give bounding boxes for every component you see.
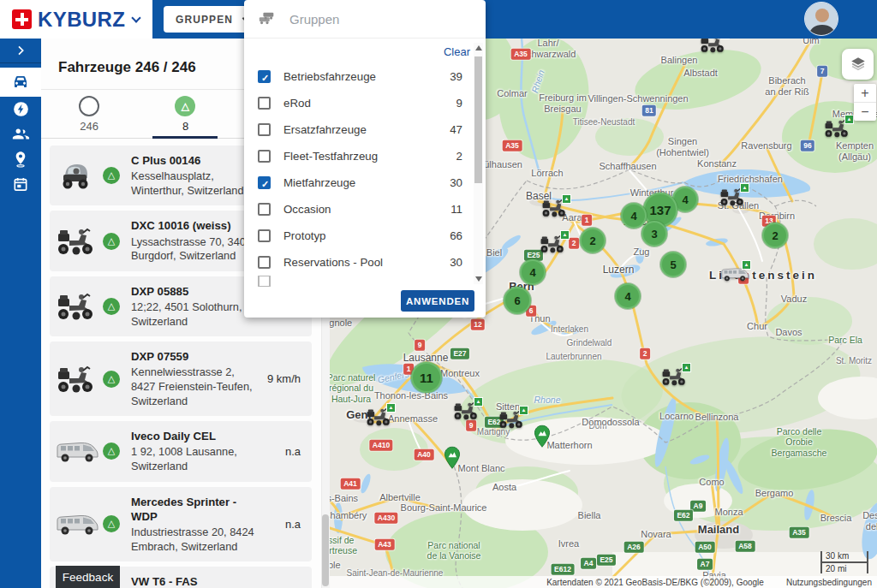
sidebar-item-users[interactable]: [0, 122, 41, 146]
checkbox[interactable]: [258, 276, 271, 287]
vehicle-speed: 9 km/h: [267, 372, 305, 385]
group-filter-row[interactable]: Ersatzfahrzeuge 47: [258, 116, 462, 143]
vehicle-name: DXC 10016 (weiss): [131, 218, 260, 233]
vehicle-marker[interactable]: [660, 366, 689, 387]
vehicle-thumbnail: [55, 365, 99, 394]
map-cluster[interactable]: 4: [615, 283, 641, 309]
road-badge: 81: [642, 105, 656, 116]
vehicle-marker[interactable]: [823, 118, 852, 139]
road-badge: 12: [471, 319, 485, 330]
tab-moving-vehicles[interactable]: △ 8: [137, 96, 233, 133]
checkbox[interactable]: [258, 256, 271, 269]
vehicle-marker[interactable]: [365, 407, 394, 427]
scroll-up-arrow-icon[interactable]: [475, 45, 482, 50]
zoom-in-button[interactable]: +: [854, 84, 876, 102]
all-vehicles-icon: [79, 96, 99, 116]
sidebar-item-locations[interactable]: [0, 146, 41, 171]
status-badge: [103, 371, 120, 388]
group-label: Reservations - Pool: [283, 256, 383, 269]
checkbox[interactable]: [258, 203, 271, 216]
checkbox[interactable]: [258, 97, 271, 110]
checkbox[interactable]: [258, 123, 271, 136]
feedback-button[interactable]: Feedback: [56, 566, 120, 588]
checkbox[interactable]: [258, 176, 271, 189]
vehicle-marker[interactable]: [540, 198, 570, 218]
group-count: 30: [450, 176, 462, 189]
road-badge: A40: [415, 449, 434, 460]
group-filter-row[interactable]: Fleet-Testfahrzeug 2: [258, 143, 462, 169]
location-pin-icon: [11, 150, 30, 169]
group-filter-row[interactable]: Prototyp 66: [258, 223, 462, 249]
mountain-pin-icon[interactable]: [444, 446, 461, 470]
group-filter-row[interactable]: Betriebsfahrzeuge 39: [258, 63, 462, 90]
clear-filters-link[interactable]: Clear: [444, 45, 470, 58]
map-layers-button[interactable]: [842, 49, 874, 80]
group-filter-row[interactable]: eRod 9: [258, 90, 462, 116]
avatar[interactable]: [804, 2, 838, 36]
map-cluster[interactable]: 2: [762, 223, 788, 248]
map-cluster[interactable]: 5: [660, 252, 686, 277]
road-badge: A410: [369, 440, 392, 451]
marker-status-badge: [560, 230, 570, 240]
marker-status-badge: [844, 115, 854, 124]
group-filter-row[interactable]: Occasion 11: [258, 196, 462, 223]
group-filter-row[interactable]: Reservations - Pool 30: [258, 249, 462, 276]
vehicle-marker[interactable]: [720, 264, 749, 284]
group-filter-list: Betriebsfahrzeuge 39 eRod 9 Ersatzfahrze…: [258, 63, 462, 287]
road-badge: A43: [375, 539, 395, 550]
group-search-row: [244, 0, 486, 39]
sidebar-item-vehicles[interactable]: [0, 68, 41, 97]
scroll-down-arrow-icon[interactable]: [475, 276, 482, 282]
zoom-out-button[interactable]: −: [854, 102, 876, 121]
vehicle-card[interactable]: Iveco Daily CEL 1 92, 1008 Lausanne, Swi…: [50, 421, 312, 481]
group-filter-row-clipped[interactable]: [258, 276, 462, 287]
road-badge: E27: [450, 348, 469, 359]
map-cluster[interactable]: 11: [411, 362, 442, 393]
vehicle-thumbnail: [55, 161, 99, 190]
road-badge: A50: [695, 542, 715, 553]
avatar-photo: [805, 3, 838, 36]
map-cluster[interactable]: 6: [504, 287, 531, 314]
checkbox[interactable]: [258, 70, 271, 83]
vehicle-card[interactable]: Mercedes Sprinter - WDP Industriestrasse…: [50, 487, 312, 562]
sidebar-item-charging[interactable]: [0, 97, 41, 122]
marker-status-badge: [740, 183, 749, 193]
group-count: 39: [450, 70, 462, 83]
sidebar-item-calendar[interactable]: [0, 171, 41, 196]
vehicle-marker[interactable]: [539, 234, 568, 254]
sidebar-expand-button[interactable]: [0, 39, 41, 63]
map-cluster[interactable]: 3: [641, 221, 667, 246]
road-badge: A41: [341, 478, 361, 490]
terms-link[interactable]: Nutzungsbedingungen: [786, 578, 872, 587]
mountain-pin-icon[interactable]: [534, 425, 551, 448]
brand-logo[interactable]: KYBURZ: [0, 0, 152, 39]
tab-all-vehicles[interactable]: 246: [41, 96, 137, 133]
vehicle-marker[interactable]: [699, 39, 728, 54]
group-search-input[interactable]: [288, 11, 437, 27]
list-scrollbar-thumb[interactable]: [322, 514, 329, 586]
vehicle-card[interactable]: DXP 07559 Kennelwiesstrasse 2, 8427 Frei…: [50, 342, 312, 416]
marker-status-badge: [519, 406, 528, 415]
group-filter-row[interactable]: Mietfahrzeuge 30: [258, 169, 462, 196]
groups-filter-panel: Clear Betriebsfahrzeuge 39 eRod 9 Ersatz…: [244, 0, 486, 318]
group-count: 30: [450, 256, 462, 269]
vehicle-address: Lyssachstrasse 70, 3400 Burgdorf, Switze…: [131, 235, 260, 264]
road-badge: A35: [503, 140, 522, 151]
vehicle-speed: n.a: [285, 518, 305, 531]
filter-scrollbar-thumb[interactable]: [474, 56, 482, 183]
map-zoom-control: + −: [854, 84, 876, 121]
attribution-text: Kartendaten © 2021 GeoBasis-DE/BKG (©200…: [546, 578, 764, 587]
map-cluster[interactable]: 4: [621, 203, 647, 229]
vehicle-address: Kesselhausplatz, Winterthur, Switzerland: [131, 169, 260, 198]
vehicle-marker[interactable]: [719, 187, 748, 207]
checkbox[interactable]: [258, 229, 271, 242]
filter-scrollbar[interactable]: [474, 43, 483, 284]
apply-button[interactable]: ANWENDEN: [401, 290, 474, 312]
vehicle-marker[interactable]: [452, 401, 481, 421]
map-cluster[interactable]: 4: [520, 259, 546, 285]
map-cluster[interactable]: 2: [580, 228, 606, 253]
checkbox[interactable]: [258, 150, 271, 163]
group-label: Betriebsfahrzeuge: [283, 70, 376, 83]
vehicle-marker[interactable]: [498, 409, 527, 430]
road-badge: A26: [624, 542, 644, 553]
